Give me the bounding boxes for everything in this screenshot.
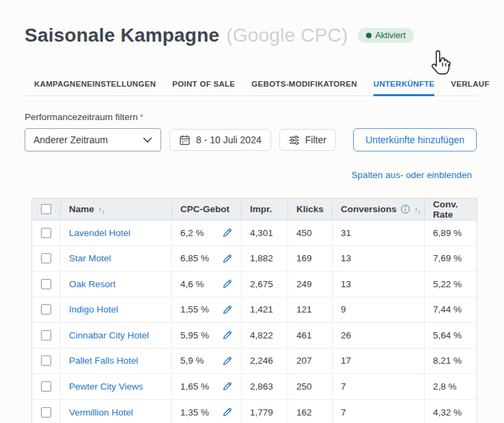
clicks-value: 207 <box>288 349 332 374</box>
table-row: Pewter City Views 1,65 % 2,863 250 7 2,8… <box>32 374 477 400</box>
conversions-value: 7 <box>332 374 424 399</box>
conversions-value: 13 <box>332 246 424 272</box>
cpc-cell: 1,55 % <box>171 297 241 323</box>
cpc-value: 5,9 % <box>180 355 204 366</box>
impressions-value: 2,863 <box>241 374 288 399</box>
required-asterisk: * <box>140 112 143 122</box>
hotel-name-link[interactable]: Indigo Hotel <box>69 304 118 315</box>
conversions-value: 31 <box>332 220 424 246</box>
row-checkbox[interactable] <box>41 355 51 366</box>
tab-kampagneneinstellungen[interactable]: KAMPAGNENEINSTELLUNGEN <box>34 80 156 96</box>
tab-bar: KAMPAGNENEINSTELLUNGENPOINT OF SALEGEBOT… <box>34 80 490 96</box>
row-checkbox-cell <box>32 246 60 272</box>
table-row: Pallet Falls Hotel 5,9 % 2,246 207 17 8,… <box>32 349 477 375</box>
cpc-value: 1,65 % <box>180 381 209 392</box>
status-badge: Aktiviert <box>358 28 414 43</box>
table-row: Oak Resort 4,6 % 2,675 249 13 5,22 % <box>32 272 477 297</box>
cpc-cell: 6,2 % <box>171 220 241 246</box>
row-checkbox[interactable] <box>41 279 51 289</box>
row-checkbox-cell <box>32 374 60 399</box>
edit-pencil-icon[interactable] <box>222 227 233 238</box>
cpc-cell: 6,85 % <box>171 246 241 272</box>
row-checkbox[interactable] <box>41 228 51 238</box>
hotel-name-link[interactable]: Lavendel Hotel <box>69 228 130 238</box>
clicks-value: 169 <box>288 246 332 272</box>
hotel-name-link[interactable]: Star Motel <box>69 253 111 263</box>
row-checkbox[interactable] <box>41 304 51 315</box>
sort-icon[interactable]: ↑↓ <box>415 205 421 214</box>
info-icon[interactable] <box>400 204 410 214</box>
column-header-impressions: Impr. <box>241 199 288 220</box>
toggle-columns-link[interactable]: Spalten aus- oder einblenden <box>352 170 472 180</box>
table-row: Indigo Hotel 1,55 % 1,421 121 9 7,44 % <box>32 297 477 323</box>
table-row: Star Motel 6,85 % 1,882 169 13 7,69 % <box>32 246 477 272</box>
impressions-value: 1,882 <box>241 246 288 272</box>
row-checkbox[interactable] <box>41 407 51 418</box>
cpc-value: 6,85 % <box>180 253 209 263</box>
conv-rate-value: 7,69 % <box>424 246 477 272</box>
date-range-label: 8 - 10 Juli 2024 <box>196 134 262 145</box>
page-subtitle: (Google CPC) <box>226 25 348 46</box>
tab-verlauf[interactable]: VERLAUF <box>451 80 489 96</box>
clicks-value: 250 <box>288 374 332 399</box>
status-dot-icon <box>366 33 372 38</box>
cpc-value: 4,6 % <box>180 279 204 289</box>
impressions-value: 2,675 <box>241 272 288 297</box>
tab-unterk-nfte[interactable]: UNTERKÜNFTE <box>374 80 435 96</box>
impressions-value: 1,421 <box>241 297 288 323</box>
hotel-name-link[interactable]: Vermillion Hotel <box>69 407 133 418</box>
impressions-value: 2,246 <box>241 349 288 374</box>
edit-pencil-icon[interactable] <box>222 304 233 315</box>
filter-label: Performancezeitraum filtern* <box>25 112 143 122</box>
edit-pencil-icon[interactable] <box>222 253 233 264</box>
edit-pencil-icon[interactable] <box>222 355 233 366</box>
hotel-name-link[interactable]: Oak Resort <box>69 279 115 289</box>
row-checkbox[interactable] <box>41 330 51 340</box>
hotel-name-link[interactable]: Pewter City Views <box>69 381 143 392</box>
row-checkbox[interactable] <box>41 253 51 263</box>
sort-icon[interactable]: ↑↓ <box>98 205 104 214</box>
impressions-value: 4,301 <box>241 220 288 246</box>
conversions-value: 9 <box>332 297 424 323</box>
conversions-value: 13 <box>332 272 424 297</box>
select-all-checkbox[interactable] <box>41 204 51 214</box>
clicks-value: 461 <box>288 323 332 348</box>
impressions-value: 4,822 <box>241 323 288 348</box>
table-header-row: Name ↑↓ CPC-Gebot Impr. Klicks Conversio… <box>32 199 477 220</box>
conv-rate-value: 2,8 % <box>424 374 477 399</box>
column-header-conv-rate: Conv. Rate <box>424 199 477 220</box>
table-row: Lavendel Hotel 6,2 % 4,301 450 31 6,89 % <box>32 220 477 246</box>
hotel-name-link[interactable]: Pallet Falls Hotel <box>69 355 138 366</box>
tab-gebots-modifikatoren[interactable]: GEBOTS-MODIFIKATOREN <box>251 80 356 96</box>
conv-rate-value: 8,21 % <box>424 349 477 374</box>
sliders-icon <box>289 135 300 145</box>
cpc-cell: 4,6 % <box>171 272 241 297</box>
period-dropdown-value: Anderer Zeitraum <box>33 134 108 145</box>
conv-rate-value: 7,44 % <box>424 297 477 323</box>
calendar-icon <box>179 134 191 146</box>
conv-rate-value: 5,64 % <box>424 323 477 348</box>
edit-pencil-icon[interactable] <box>222 381 233 392</box>
edit-pencil-icon[interactable] <box>222 278 233 289</box>
page-title: Saisonale Kampagne <box>25 25 219 46</box>
hotel-name-link[interactable]: Cinnabar City Hotel <box>69 330 149 340</box>
filter-button[interactable]: Filter <box>279 129 336 151</box>
filter-button-label: Filter <box>305 134 326 145</box>
row-checkbox-cell <box>32 297 60 323</box>
period-dropdown[interactable]: Anderer Zeitraum <box>25 128 161 151</box>
accommodations-table: Name ↑↓ CPC-Gebot Impr. Klicks Conversio… <box>31 198 477 423</box>
edit-pencil-icon[interactable] <box>222 330 233 340</box>
conv-rate-value: 4,32 % <box>424 400 477 423</box>
edit-pencil-icon[interactable] <box>222 407 233 418</box>
cpc-value: 1,55 % <box>180 304 209 315</box>
chevron-down-icon <box>143 137 152 143</box>
tab-point-of-sale[interactable]: POINT OF SALE <box>172 80 235 96</box>
clicks-value: 162 <box>288 400 332 423</box>
cpc-cell: 1,35 % <box>171 400 241 423</box>
date-range-button[interactable]: 8 - 10 Juli 2024 <box>169 129 271 151</box>
column-header-name[interactable]: Name ↑↓ <box>60 199 171 220</box>
column-header-clicks: Klicks <box>288 199 332 220</box>
row-checkbox[interactable] <box>41 381 51 392</box>
add-accommodations-button[interactable]: Unterkünfte hinzufügen <box>353 128 477 151</box>
column-header-conversions[interactable]: Conversions ↑↓ <box>332 199 424 220</box>
